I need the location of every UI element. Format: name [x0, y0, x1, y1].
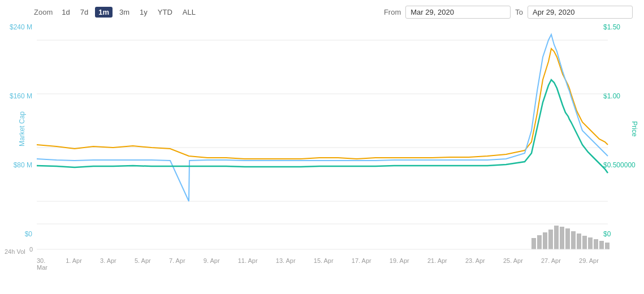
from-date-input[interactable] — [405, 6, 511, 19]
x-label-1: 1. Apr — [66, 257, 82, 271]
x-label-11: 21. Apr — [427, 257, 447, 271]
x-label-2: 3. Apr — [100, 257, 116, 271]
chart-container: Zoom 1d 7d 1m 3m 1y YTD ALL From To Mark… — [0, 0, 644, 294]
to-date-input[interactable] — [528, 6, 633, 19]
zoom-7d[interactable]: 7d — [77, 7, 92, 18]
x-label-7: 13. Apr — [276, 257, 296, 271]
svg-rect-17 — [599, 241, 604, 249]
x-label-9: 17. Apr — [352, 257, 371, 271]
zoom-1m[interactable]: 1m — [95, 7, 113, 18]
svg-rect-10 — [560, 227, 564, 249]
svg-rect-14 — [582, 236, 587, 249]
x-label-14: 27. Apr — [541, 257, 561, 271]
svg-text:0: 0 — [29, 246, 33, 253]
x-axis: 30.Mar 1. Apr 3. Apr 5. Apr 7. Apr 9. Ap… — [37, 257, 599, 271]
svg-rect-7 — [543, 232, 547, 249]
x-label-0: 30.Mar — [37, 257, 47, 271]
x-label-13: 25. Apr — [503, 257, 523, 271]
x-label-6: 11. Apr — [238, 257, 258, 271]
svg-rect-8 — [548, 230, 553, 249]
x-label-15: 29. Apr — [579, 257, 599, 271]
x-label-10: 19. Apr — [390, 257, 409, 271]
blue-line — [37, 34, 608, 201]
to-label: To — [515, 8, 523, 16]
x-label-5: 9. Apr — [204, 257, 220, 271]
orange-line — [37, 49, 608, 159]
svg-rect-9 — [554, 226, 559, 249]
x-label-4: 7. Apr — [169, 257, 185, 271]
svg-rect-12 — [571, 231, 576, 249]
zoom-1y[interactable]: 1y — [136, 7, 151, 18]
svg-rect-13 — [577, 234, 581, 249]
zoom-all[interactable]: ALL — [179, 7, 199, 18]
x-label-3: 5. Apr — [135, 257, 151, 271]
chart-area: Market Cap Price $240 M $160 M $80 M $0 … — [0, 23, 644, 272]
volume-bars — [531, 226, 610, 249]
zoom-label: Zoom — [34, 8, 53, 16]
svg-rect-5 — [531, 238, 536, 249]
svg-rect-6 — [537, 235, 542, 249]
svg-rect-18 — [605, 243, 610, 249]
chart-svg: 0 — [0, 23, 644, 272]
date-range: From To — [384, 6, 633, 19]
svg-rect-16 — [594, 239, 598, 249]
zoom-1d[interactable]: 1d — [58, 7, 73, 18]
zoom-ytd[interactable]: YTD — [154, 7, 176, 18]
svg-rect-11 — [565, 228, 570, 249]
x-label-8: 15. Apr — [314, 257, 334, 271]
top-controls: Zoom 1d 7d 1m 3m 1y YTD ALL From To — [0, 6, 644, 23]
from-label: From — [384, 8, 401, 16]
zoom-3m[interactable]: 3m — [116, 7, 133, 18]
zoom-controls: Zoom 1d 7d 1m 3m 1y YTD ALL — [34, 7, 199, 18]
svg-rect-15 — [588, 237, 593, 249]
x-label-12: 23. Apr — [465, 257, 485, 271]
